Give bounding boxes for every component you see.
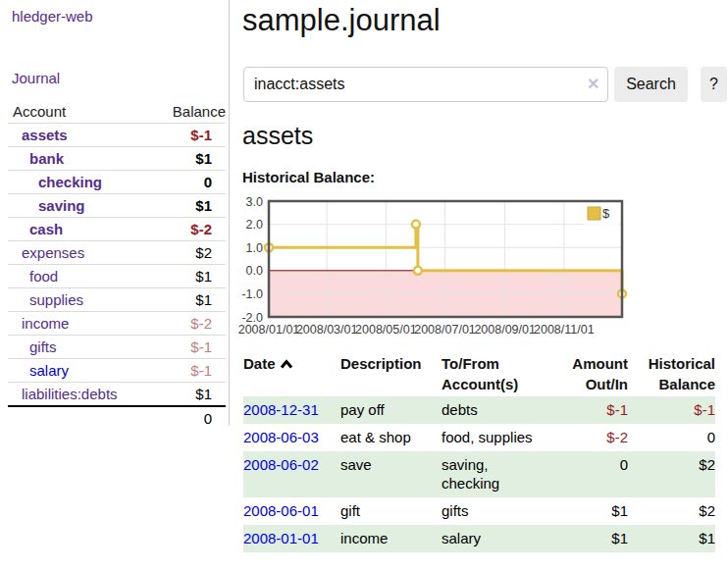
sidebar: hledger-web Journal Account Balance asse… xyxy=(0,0,230,426)
transaction-accounts: salary xyxy=(442,525,549,552)
column-header-description: Description xyxy=(340,351,442,396)
account-row: income $-2 xyxy=(8,312,226,336)
transaction-date-link[interactable]: 2008-06-02 xyxy=(243,456,319,473)
account-balance: $1 xyxy=(117,194,226,218)
account-row: supplies $1 xyxy=(8,288,226,312)
register-row: 2008-06-02 save saving, checking 0 $2 xyxy=(243,451,715,497)
transaction-amount: $1 xyxy=(549,497,628,525)
transaction-date-link[interactable]: 2008-06-03 xyxy=(243,429,319,445)
help-button[interactable]: ? xyxy=(701,67,727,102)
sort-ascending-icon xyxy=(280,359,293,369)
account-row: bank $1 xyxy=(8,147,226,171)
transaction-accounts: food, supplies xyxy=(442,424,549,451)
account-link[interactable]: checking xyxy=(38,174,102,190)
account-balance: $-2 xyxy=(117,312,226,336)
transaction-description: eat & shop xyxy=(340,424,442,451)
svg-text:3.0: 3.0 xyxy=(246,195,263,209)
account-row: saving $1 xyxy=(8,194,226,218)
svg-text:-1.0: -1.0 xyxy=(241,287,263,301)
transaction-amount: $-2 xyxy=(549,424,628,451)
transaction-description: save xyxy=(340,451,442,497)
svg-text:2008/11/01: 2008/11/01 xyxy=(534,323,595,337)
transaction-balance: $2 xyxy=(628,451,715,497)
balance-column-header: Balance xyxy=(117,100,226,124)
accounts-total-balance: 0 xyxy=(117,406,226,430)
transaction-description: pay off xyxy=(340,396,442,424)
svg-text:0.0: 0.0 xyxy=(246,264,263,278)
register-row: 2008-06-03 eat & shop food, supplies $-2… xyxy=(243,424,715,451)
transaction-date-link[interactable]: 2008-01-01 xyxy=(243,530,319,546)
account-row: checking 0 xyxy=(8,171,226,194)
clear-search-icon[interactable]: ✕ xyxy=(587,75,599,93)
svg-text:1.0: 1.0 xyxy=(246,241,263,255)
sidebar-accounts-table: Account Balance assets $-1 ban xyxy=(8,100,226,430)
account-balance: $1 xyxy=(117,265,226,288)
account-link[interactable]: saving xyxy=(38,197,85,214)
column-header-balance: Historical Balance xyxy=(628,351,715,396)
register-table: Date Description To/From Account(s) Amou… xyxy=(243,351,715,552)
svg-text:2008/09/01: 2008/09/01 xyxy=(474,323,536,337)
transaction-balance: 0 xyxy=(628,424,715,451)
account-link[interactable]: income xyxy=(22,315,69,332)
svg-text:$: $ xyxy=(602,206,610,221)
account-balance: $-1 xyxy=(117,124,226,147)
account-balance: $-1 xyxy=(117,359,226,383)
account-link[interactable]: expenses xyxy=(22,244,84,261)
account-row: assets $-1 xyxy=(8,124,226,147)
account-balance: $-2 xyxy=(117,218,226,241)
svg-text:2008/01/01: 2008/01/01 xyxy=(238,323,300,337)
transaction-description: gift xyxy=(340,497,442,525)
page-title: sample.journal xyxy=(242,3,441,38)
search-input[interactable] xyxy=(243,67,608,102)
column-header-amount: Amount Out/In xyxy=(549,351,628,396)
account-row: gifts $-1 xyxy=(8,336,226,359)
historical-balance-chart: $3.02.01.00.0-1.0-2.02008/01/012008/03/0… xyxy=(235,194,638,343)
transaction-balance: $-1 xyxy=(628,396,715,424)
transaction-accounts: gifts xyxy=(442,497,549,525)
svg-text:2008/03/01: 2008/03/01 xyxy=(296,323,358,337)
search-button[interactable]: Search xyxy=(614,67,688,102)
svg-text:2008/07/01: 2008/07/01 xyxy=(414,323,476,337)
account-balance: $2 xyxy=(117,241,226,265)
account-heading: assets xyxy=(242,122,313,150)
column-header-tofrom: To/From Account(s) xyxy=(442,351,549,396)
account-link[interactable]: salary xyxy=(29,362,69,379)
transaction-balance: $2 xyxy=(628,497,715,525)
account-row: expenses $2 xyxy=(8,241,226,265)
account-link[interactable]: bank xyxy=(29,150,64,167)
transaction-amount: $-1 xyxy=(549,396,628,424)
transaction-date-link[interactable]: 2008-12-31 xyxy=(243,401,319,418)
register-row: 2008-12-31 pay off debts $-1 $-1 xyxy=(243,396,715,424)
chart-title: Historical Balance: xyxy=(242,169,375,185)
account-link[interactable]: gifts xyxy=(29,338,57,355)
register-header-row: Date Description To/From Account(s) Amou… xyxy=(243,351,715,396)
register-row: 2008-06-01 gift gifts $1 $2 xyxy=(243,497,715,525)
account-row: cash $-2 xyxy=(8,218,226,241)
svg-text:2008/05/01: 2008/05/01 xyxy=(355,323,417,337)
accounts-total-row: 0 xyxy=(8,406,226,430)
transaction-accounts: saving, checking xyxy=(442,451,549,497)
hledger-web-app: hledger-web Journal Account Balance asse… xyxy=(0,0,728,571)
account-column-header: Account xyxy=(8,100,117,124)
sidebar-item-journal[interactable]: Journal xyxy=(12,70,60,86)
account-row: liabilities:debts $1 xyxy=(8,383,226,407)
account-link[interactable]: assets xyxy=(22,127,68,143)
brand-link[interactable]: hledger-web xyxy=(12,8,93,25)
register-row: 2008-01-01 income salary $1 $1 xyxy=(243,525,715,552)
account-row: food $1 xyxy=(8,265,226,288)
account-balance: $1 xyxy=(117,383,226,407)
column-header-date[interactable]: Date xyxy=(243,351,340,396)
account-link[interactable]: supplies xyxy=(29,291,83,308)
transaction-description: income xyxy=(340,525,442,552)
account-link[interactable]: cash xyxy=(29,221,63,237)
svg-text:2.0: 2.0 xyxy=(246,218,263,232)
account-row: salary $-1 xyxy=(8,359,226,383)
transaction-accounts: debts xyxy=(442,396,549,424)
transaction-amount: $1 xyxy=(549,525,628,552)
transaction-amount: 0 xyxy=(549,451,628,497)
account-link[interactable]: food xyxy=(29,268,58,285)
account-balance: $-1 xyxy=(117,336,226,359)
transaction-date-link[interactable]: 2008-06-01 xyxy=(243,502,319,519)
account-balance: $1 xyxy=(117,288,226,312)
account-link[interactable]: liabilities:debts xyxy=(22,386,118,402)
